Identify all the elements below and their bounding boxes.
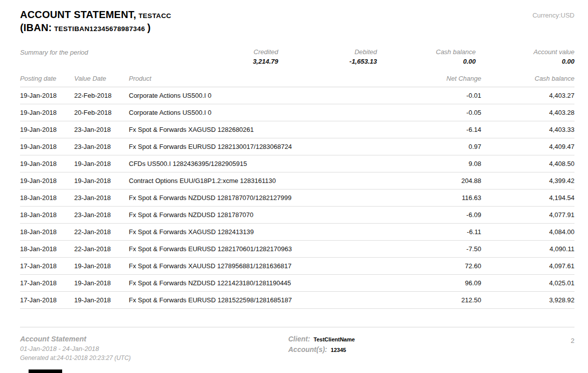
summary-account-value: Account value 0.00: [476, 48, 574, 65]
account-value-label: Account value: [476, 48, 574, 56]
value-date-cell: 19-Jan-2018: [74, 262, 129, 270]
net-change-cell: -6.09: [401, 211, 481, 219]
product-cell: Fx Spot & Forwards NZDUSD 1281787070: [129, 211, 401, 219]
table-header-row: Posting date Value Date Product Net Chan…: [20, 75, 574, 87]
value-date-cell: 22-Jan-2018: [74, 245, 129, 253]
accounts-value: 12345: [331, 347, 346, 353]
cash-balance-cell: 4,090.11: [481, 245, 574, 253]
cash-balance-cell: 3,928.92: [481, 296, 574, 304]
net-change-cell: 212.50: [401, 296, 481, 304]
value-date-cell: 23-Jan-2018: [74, 126, 129, 133]
summary-debited: Debited -1,653.13: [278, 48, 377, 65]
product-cell: Fx Spot & Forwards XAGUSD 1282413139: [129, 228, 401, 236]
posting-date-cell: 17-Jan-2018: [20, 279, 74, 287]
product-cell: Corporate Actions US500.I 0: [129, 92, 401, 99]
transactions-table: Posting date Value Date Product Net Chan…: [20, 75, 574, 309]
statement-title: ACCOUNT STATEMENT,: [20, 9, 136, 20]
iban-close-paren: ): [147, 22, 151, 33]
footer-generated-at: Generated at:24-01-2018 20:23:27 (UTC): [20, 354, 288, 361]
net-change-cell: 72.60: [401, 262, 481, 270]
net-change-cell: 96.09: [401, 279, 481, 287]
col-header-value-date: Value Date: [74, 75, 129, 82]
cash-balance-cell: 4,403.33: [481, 126, 574, 133]
table-row: 19-Jan-201819-Jan-2018Contract Options E…: [20, 172, 574, 190]
posting-date-cell: 19-Jan-2018: [20, 177, 74, 184]
product-cell: Fx Spot & Forwards EURUSD 1281522598/128…: [129, 296, 401, 304]
cash-balance-cell: 4,025.01: [481, 279, 574, 287]
net-change-cell: -7.50: [401, 245, 481, 253]
posting-date-cell: 18-Jan-2018: [20, 194, 74, 202]
net-change-cell: -6.11: [401, 228, 481, 236]
account-value-value: 0.00: [476, 58, 574, 65]
table-row: 19-Jan-201823-Jan-2018Fx Spot & Forwards…: [20, 138, 574, 155]
title-line-2: (IBAN: TESTIBAN12345678987346 ): [20, 21, 171, 34]
value-date-cell: 19-Jan-2018: [74, 177, 129, 184]
cash-balance-cell: 4,399.42: [481, 177, 574, 184]
value-date-cell: 19-Jan-2018: [74, 279, 129, 287]
debited-value: -1,653.13: [278, 58, 377, 65]
account-name: TESTACC: [138, 12, 171, 20]
credited-label: Credited: [179, 48, 278, 56]
cash-balance-cell: 4,077.91: [481, 211, 574, 219]
footer-middle: Client: TestClientName Account(s): 12345: [288, 335, 554, 361]
value-date-cell: 23-Jan-2018: [74, 194, 129, 202]
table-row: 17-Jan-201819-Jan-2018Fx Spot & Forwards…: [20, 258, 574, 275]
value-date-cell: 19-Jan-2018: [74, 160, 129, 167]
net-change-cell: 204.88: [401, 177, 481, 184]
value-date-cell: 22-Feb-2018: [74, 92, 129, 99]
table-row: 19-Jan-201822-Feb-2018Corporate Actions …: [20, 87, 574, 104]
table-row: 17-Jan-201819-Jan-2018Fx Spot & Forwards…: [20, 275, 574, 292]
table-row: 19-Jan-201823-Jan-2018Fx Spot & Forwards…: [20, 121, 574, 138]
col-header-posting-date: Posting date: [20, 75, 74, 82]
footer-period: 01-Jan-2018 - 24-Jan-2018: [20, 345, 288, 352]
cash-balance-label: Cash balance: [377, 48, 476, 56]
net-change-cell: -0.05: [401, 109, 481, 116]
posting-date-cell: 18-Jan-2018: [20, 228, 74, 236]
net-change-cell: 9.08: [401, 160, 481, 167]
product-cell: Fx Spot & Forwards XAGUSD 1282680261: [129, 126, 401, 133]
client-label: Client:: [288, 335, 310, 343]
value-date-cell: 20-Feb-2018: [74, 109, 129, 116]
product-cell: CFDs US500.I 1282436395/1282905915: [129, 160, 401, 167]
posting-date-cell: 17-Jan-2018: [20, 296, 74, 304]
posting-date-cell: 19-Jan-2018: [20, 160, 74, 167]
accounts-label: Account(s):: [288, 345, 327, 353]
posting-date-cell: 17-Jan-2018: [20, 262, 74, 270]
credited-value: 3,214.79: [179, 58, 278, 65]
posting-date-cell: 19-Jan-2018: [20, 92, 74, 99]
iban-label: (IBAN:: [20, 22, 52, 33]
col-header-product: Product: [129, 75, 401, 82]
net-change-cell: 0.97: [401, 143, 481, 150]
table-row: 18-Jan-201823-Jan-2018Fx Spot & Forwards…: [20, 190, 574, 207]
iban-value: TESTIBAN12345678987346: [54, 25, 145, 33]
product-cell: Fx Spot & Forwards NZDUSD 1221423180/128…: [129, 279, 401, 287]
col-header-net-change: Net Change: [401, 75, 481, 82]
value-date-cell: 23-Jan-2018: [74, 143, 129, 150]
accounts-line: Account(s): 12345: [288, 345, 554, 353]
summary-title: Summary for the period: [20, 48, 179, 65]
value-date-cell: 22-Jan-2018: [74, 228, 129, 236]
summary-cash-balance: Cash balance 0.00: [377, 48, 476, 65]
posting-date-cell: 19-Jan-2018: [20, 109, 74, 116]
summary-section: Summary for the period Credited 3,214.79…: [20, 48, 574, 65]
table-row: 18-Jan-201823-Jan-2018Fx Spot & Forwards…: [20, 207, 574, 224]
net-change-cell: 116.63: [401, 194, 481, 202]
debited-label: Debited: [278, 48, 377, 56]
statement-page: ACCOUNT STATEMENT, TESTACC (IBAN: TESTIB…: [0, 0, 588, 361]
posting-date-cell: 18-Jan-2018: [20, 211, 74, 219]
net-change-cell: -6.14: [401, 126, 481, 133]
table-row: 19-Jan-201819-Jan-2018CFDs US500.I 12824…: [20, 155, 574, 172]
table-row: 18-Jan-201822-Jan-2018Fx Spot & Forwards…: [20, 241, 574, 258]
product-cell: Fx Spot & Forwards EURUSD 1282130017/128…: [129, 143, 401, 150]
summary-credited: Credited 3,214.79: [179, 48, 278, 65]
product-cell: Fx Spot & Forwards NZDUSD 1281787070/128…: [129, 194, 401, 202]
cash-balance-cell: 4,097.61: [481, 262, 574, 270]
posting-date-cell: 19-Jan-2018: [20, 143, 74, 150]
net-change-cell: -0.01: [401, 92, 481, 99]
footer: Account Statement 01-Jan-2018 - 24-Jan-2…: [20, 335, 574, 361]
client-line: Client: TestClientName: [288, 335, 554, 343]
table-row: 18-Jan-201822-Jan-2018Fx Spot & Forwards…: [20, 224, 574, 241]
posting-date-cell: 18-Jan-2018: [20, 245, 74, 253]
value-date-cell: 23-Jan-2018: [74, 211, 129, 219]
statement-rows: 19-Jan-201822-Feb-2018Corporate Actions …: [20, 87, 574, 309]
